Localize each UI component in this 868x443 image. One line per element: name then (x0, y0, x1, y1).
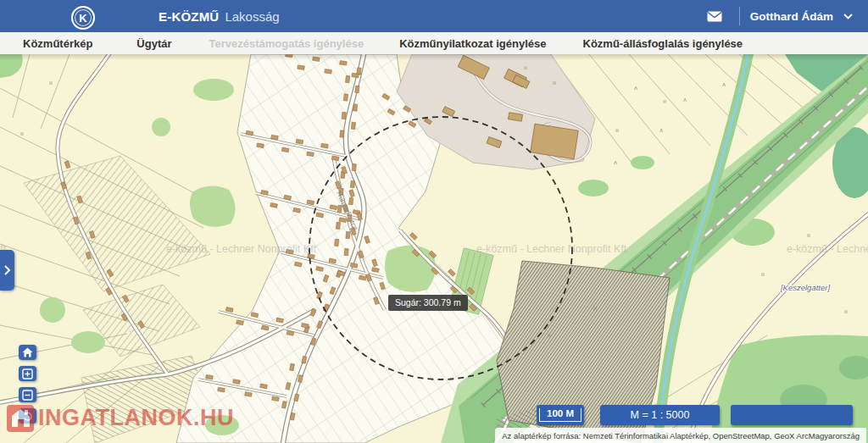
svg-text:ıı: ıı (553, 80, 556, 86)
app-title: E-KÖZMŰ Lakosság (159, 0, 280, 32)
scale-bar: 100 M (537, 405, 584, 425)
e-kozmu-app: K E-KÖZMŰ Lakosság Gotthard Ádám Közműté… (0, 0, 868, 443)
chevron-right-icon (3, 264, 11, 276)
svg-text:e-közmű - Lechner Nonprofit Kf: e-közmű - Lechner Nonprofit Kft (476, 243, 627, 255)
undo-arrow-icon (22, 411, 33, 422)
svg-text:ıı: ıı (807, 232, 810, 239)
svg-text:ʌ: ʌ (722, 81, 726, 88)
svg-text:ıı: ıı (548, 332, 551, 339)
app-title-light: Lakosság (225, 9, 279, 24)
header-right: Gotthard Ádám (702, 0, 868, 32)
nav-kozmuterkep[interactable]: Közműtérkép (19, 37, 96, 50)
plus-square-icon (22, 368, 33, 379)
nav-ugytar[interactable]: Ügytár (133, 37, 175, 50)
svg-text:ıı: ıı (844, 308, 848, 315)
user-name: Gotthard Ádám (750, 10, 833, 23)
nav-kozmunyilatkozat[interactable]: Közműnyilatkozat igénylése (396, 37, 549, 50)
app-logo-icon: K (71, 6, 95, 30)
coordinates-box (731, 405, 853, 425)
minus-square-icon (22, 390, 33, 401)
svg-text:ıı: ıı (20, 130, 24, 137)
nav-kozmu-allasfoglalas[interactable]: Közmű-állásfoglalás igénylése (580, 37, 747, 50)
zoom-out-button[interactable] (19, 387, 36, 402)
logo-letter: K (79, 12, 86, 25)
map-canvas[interactable]: ııııııııııııııııııııııʌʌʌʌʌ e-közmű - Le… (0, 54, 868, 443)
layer-panel-toggle[interactable] (0, 250, 14, 291)
map-home-button[interactable] (19, 345, 36, 360)
envelope-icon (707, 11, 722, 22)
svg-text:ʌ: ʌ (614, 159, 617, 166)
svg-text:e-közmű - Lechner Nonprofit Kf: e-közmű - Lechner Nonprofit Kft (787, 243, 868, 255)
svg-text:ıı: ıı (663, 98, 666, 105)
messages-button[interactable] (702, 5, 727, 27)
nav-tervezestamogatas: Tervezéstámogatás igénylése (206, 37, 368, 50)
chevron-down-icon (843, 14, 853, 19)
svg-text:ʌ: ʌ (659, 127, 663, 134)
map-attribution: Az alaptérkép forrása: Nemzeti Térinform… (495, 428, 866, 443)
header-divider (739, 7, 740, 25)
svg-text:ıı: ıı (761, 271, 765, 278)
svg-text:ʌ: ʌ (634, 85, 637, 91)
svg-text:ʌ: ʌ (683, 97, 687, 103)
app-title-bold: E-KÖZMŰ (159, 9, 219, 24)
scale-bar-label: 100 M (539, 408, 581, 422)
svg-text:ıı: ıı (49, 80, 53, 86)
svg-text:e-közmű - Lechner Nonprofit Kf: e-közmű - Lechner Nonprofit Kft (166, 243, 317, 255)
main-nav: Közműtérkép Ügytár Tervezéstámogatás igé… (0, 32, 868, 55)
app-header: K E-KÖZMŰ Lakosság Gotthard Ádám (0, 0, 868, 32)
user-menu-button[interactable] (843, 14, 853, 19)
svg-text:ıı: ıı (524, 64, 527, 71)
scale-ratio-selector[interactable]: M = 1 : 5000 (600, 405, 720, 425)
svg-text:ıı: ıı (593, 305, 597, 312)
svg-text:ıı: ıı (615, 127, 619, 134)
home-icon (22, 347, 33, 357)
place-label: [Keszelgatter] (780, 283, 830, 292)
zoom-in-button[interactable] (19, 366, 36, 381)
undo-button[interactable] (19, 408, 36, 424)
